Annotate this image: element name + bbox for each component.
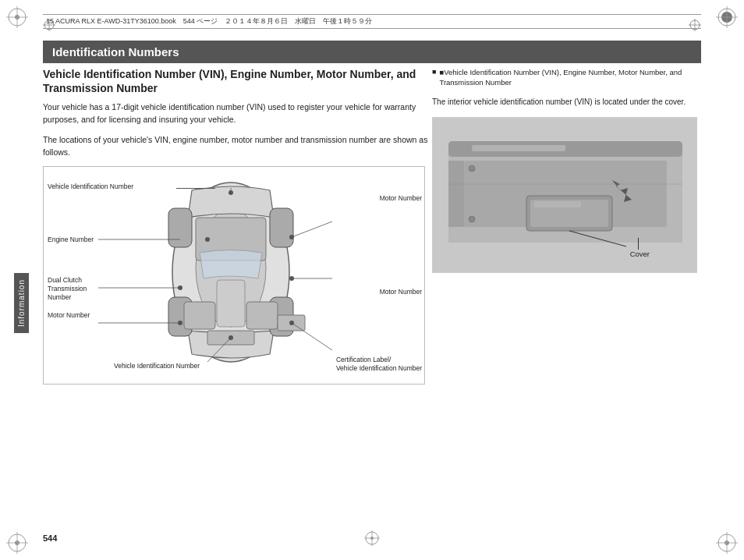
label-motor-top: Motor Number: [380, 194, 422, 202]
svg-rect-34: [246, 302, 278, 329]
page-number: 544: [43, 533, 57, 543]
right-column: ■ ■Vehicle Identification Number (VIN), …: [432, 67, 701, 273]
label-engine: Engine Number: [48, 236, 94, 243]
left-column: Vehicle Identification Number (VIN), Eng…: [43, 67, 433, 385]
vin-photo-svg: [433, 118, 697, 273]
file-info-bar: 15 ACURA RLX E-AWD-31TY36100.book 544 ペー…: [43, 14, 701, 29]
label-vin-bottom: Vehicle Identification Number: [114, 362, 200, 370]
svg-rect-63: [448, 161, 464, 227]
label-motor-bottom-right: Motor Number: [380, 288, 422, 296]
svg-line-52: [292, 323, 332, 350]
body-paragraph-2: The locations of your vehicle's VIN, eng…: [43, 134, 433, 159]
svg-point-65: [469, 216, 475, 222]
body-paragraph-1: Your vehicle has a 17-digit vehicle iden…: [43, 101, 433, 126]
cover-label: Cover: [630, 250, 650, 258]
file-info-text: 15 ACURA RLX E-AWD-31TY36100.book 544 ペー…: [46, 16, 372, 27]
corner-mark-bl: [6, 532, 28, 554]
corner-mark-br: [716, 532, 738, 554]
label-vin-top: Vehicle Identification Number: [48, 183, 133, 190]
svg-rect-35: [217, 280, 245, 327]
side-tab: Information: [14, 273, 29, 333]
section-title: Vehicle Identification Number (VIN), Eng…: [43, 67, 433, 95]
svg-rect-62: [534, 201, 581, 207]
corner-mark-tl: [6, 6, 28, 28]
svg-point-64: [469, 165, 475, 172]
vehicle-diagram: Vehicle Identification Number Motor Numb…: [43, 166, 425, 385]
corner-mark-tr: [716, 6, 738, 28]
main-content: Vehicle Identification Number (VIN), Eng…: [43, 67, 701, 525]
label-motor-bottom-left: Motor Number: [48, 311, 90, 319]
label-dual-clutch: Dual ClutchTransmissionNumber: [48, 276, 87, 302]
car-diagram-svg: [98, 179, 363, 366]
svg-rect-59: [472, 145, 565, 151]
label-cert: Certification Label/Vehicle Identificati…: [336, 356, 422, 373]
right-caption: ■ ■Vehicle Identification Number (VIN), …: [432, 67, 701, 88]
svg-line-47: [292, 222, 332, 237]
svg-point-40: [205, 237, 210, 242]
svg-rect-33: [184, 302, 215, 329]
svg-rect-29: [270, 208, 293, 247]
vin-photo: Cover: [432, 117, 697, 273]
svg-rect-28: [168, 208, 192, 247]
header-title: Identification Numbers: [52, 45, 179, 58]
right-body-text: The interior vehicle identification numb…: [432, 96, 701, 108]
section-header: Identification Numbers: [43, 41, 701, 63]
bottom-center-crosshair: [364, 530, 380, 548]
